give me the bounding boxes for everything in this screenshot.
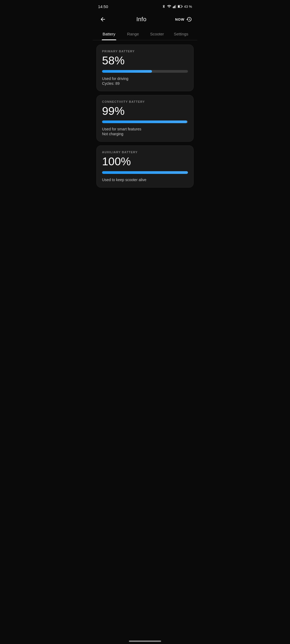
tab-scooter[interactable]: Scooter bbox=[145, 28, 169, 40]
tab-settings[interactable]: Settings bbox=[169, 28, 193, 40]
auxiliary-battery-use: Used to keep scooter alive bbox=[102, 178, 188, 182]
primary-battery-label: PRIMARY BATTERY bbox=[102, 50, 188, 53]
primary-battery-bar bbox=[102, 70, 188, 73]
now-label: NOW bbox=[175, 17, 184, 21]
svg-rect-6 bbox=[178, 6, 180, 8]
auxiliary-battery-info: Used to keep scooter alive bbox=[102, 178, 188, 182]
primary-battery-cycles: Cycles: 89 bbox=[102, 81, 188, 86]
status-bar: 14:50 43 % bbox=[93, 0, 197, 12]
connectivity-battery-info: Used for smart features Not charging bbox=[102, 127, 188, 136]
primary-battery-use: Used for driving bbox=[102, 76, 188, 81]
status-icons: 43 % bbox=[162, 4, 192, 9]
connectivity-battery-use: Used for smart features bbox=[102, 127, 188, 131]
auxiliary-battery-label: AUXILIARY BATTERY bbox=[102, 151, 188, 154]
device-battery-icon bbox=[178, 5, 183, 8]
connectivity-battery-label: CONNECTIVITY BATTERY bbox=[102, 100, 188, 103]
primary-battery-fill bbox=[102, 70, 152, 73]
tab-range[interactable]: Range bbox=[121, 28, 145, 40]
svg-rect-2 bbox=[175, 6, 175, 8]
auxiliary-battery-fill bbox=[102, 171, 188, 174]
connectivity-battery-bar bbox=[102, 120, 188, 123]
battery-percent-status: 43 % bbox=[184, 5, 192, 9]
main-content: PRIMARY BATTERY 58% Used for driving Cyc… bbox=[93, 40, 197, 192]
connectivity-battery-card: CONNECTIVITY BATTERY 99% Used for smart … bbox=[96, 95, 194, 142]
history-icon bbox=[186, 16, 192, 22]
svg-rect-3 bbox=[176, 5, 176, 8]
auxiliary-battery-percent: 100% bbox=[102, 155, 188, 168]
tab-bar: Battery Range Scooter Settings bbox=[93, 28, 197, 40]
svg-rect-1 bbox=[174, 6, 174, 8]
primary-battery-card: PRIMARY BATTERY 58% Used for driving Cyc… bbox=[96, 45, 194, 91]
page-title: Info bbox=[136, 16, 147, 23]
now-button[interactable]: NOW bbox=[175, 16, 192, 22]
wifi-icon bbox=[167, 4, 171, 9]
svg-rect-0 bbox=[173, 7, 173, 8]
status-time: 14:50 bbox=[98, 4, 108, 9]
back-button[interactable] bbox=[98, 14, 108, 24]
auxiliary-battery-bar bbox=[102, 171, 188, 174]
tab-battery[interactable]: Battery bbox=[97, 28, 121, 40]
svg-rect-5 bbox=[182, 6, 182, 7]
primary-battery-percent: 58% bbox=[102, 54, 188, 67]
connectivity-battery-charging: Not charging bbox=[102, 132, 188, 136]
signal-icon bbox=[173, 4, 176, 9]
app-header: Info NOW bbox=[93, 12, 197, 28]
back-arrow-icon bbox=[100, 16, 106, 23]
primary-battery-info: Used for driving Cycles: 89 bbox=[102, 76, 188, 86]
connectivity-battery-fill bbox=[102, 120, 187, 123]
connectivity-battery-percent: 99% bbox=[102, 105, 188, 117]
bluetooth-icon bbox=[162, 4, 166, 9]
auxiliary-battery-card: AUXILIARY BATTERY 100% Used to keep scoo… bbox=[96, 145, 194, 187]
